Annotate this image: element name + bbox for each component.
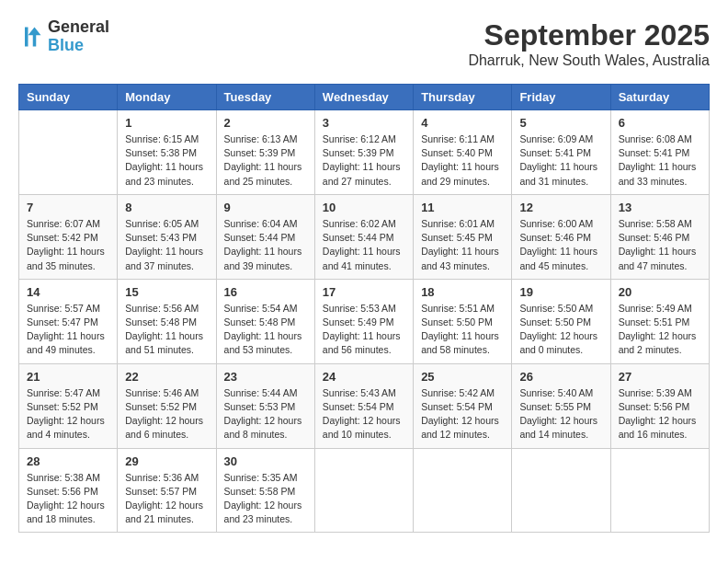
daylight-text: Daylight: 11 hours and 33 minutes.	[619, 161, 697, 186]
day-info: Sunrise: 5:49 AM Sunset: 5:51 PM Dayligh…	[619, 302, 701, 358]
sunrise-text: Sunrise: 5:49 AM	[619, 303, 692, 314]
table-row: 15 Sunrise: 5:56 AM Sunset: 5:48 PM Dayl…	[118, 279, 216, 363]
day-number: 29	[125, 454, 208, 468]
table-row: 3 Sunrise: 6:12 AM Sunset: 5:39 PM Dayli…	[314, 110, 413, 195]
table-row: 24 Sunrise: 5:43 AM Sunset: 5:54 PM Dayl…	[314, 363, 413, 448]
sunset-text: Sunset: 5:54 PM	[421, 401, 493, 412]
table-row: 28 Sunrise: 5:38 AM Sunset: 5:56 PM Dayl…	[19, 448, 118, 533]
calendar-week-3: 14 Sunrise: 5:57 AM Sunset: 5:47 PM Dayl…	[19, 279, 710, 363]
table-row: 2 Sunrise: 6:13 AM Sunset: 5:39 PM Dayli…	[216, 110, 314, 195]
day-info: Sunrise: 5:50 AM Sunset: 5:50 PM Dayligh…	[519, 302, 602, 358]
daylight-text: Daylight: 11 hours and 35 minutes.	[27, 246, 105, 270]
table-row: 11 Sunrise: 6:01 AM Sunset: 5:45 PM Dayl…	[414, 194, 512, 279]
daylight-text: Daylight: 12 hours and 23 minutes.	[224, 500, 302, 524]
table-row: 23 Sunrise: 5:44 AM Sunset: 5:53 PM Dayl…	[216, 363, 314, 448]
sunset-text: Sunset: 5:56 PM	[619, 401, 690, 412]
sunrise-text: Sunrise: 6:11 AM	[421, 133, 495, 144]
sunrise-text: Sunrise: 6:04 AM	[224, 218, 298, 229]
daylight-text: Daylight: 12 hours and 0 minutes.	[519, 330, 597, 355]
sunset-text: Sunset: 5:52 PM	[27, 401, 98, 412]
daylight-text: Daylight: 12 hours and 18 minutes.	[27, 500, 105, 524]
day-info: Sunrise: 5:35 AM Sunset: 5:58 PM Dayligh…	[224, 471, 307, 527]
daylight-text: Daylight: 11 hours and 29 minutes.	[421, 161, 499, 186]
table-row	[314, 448, 413, 533]
sunrise-text: Sunrise: 5:42 AM	[421, 387, 495, 398]
day-info: Sunrise: 5:58 AM Sunset: 5:46 PM Dayligh…	[619, 217, 701, 273]
day-info: Sunrise: 6:12 AM Sunset: 5:39 PM Dayligh…	[323, 132, 405, 189]
daylight-text: Daylight: 12 hours and 21 minutes.	[125, 500, 203, 524]
sunrise-text: Sunrise: 6:07 AM	[27, 218, 100, 229]
sunset-text: Sunset: 5:43 PM	[125, 232, 197, 243]
daylight-text: Daylight: 11 hours and 23 minutes.	[125, 161, 203, 186]
daylight-text: Daylight: 11 hours and 47 minutes.	[619, 246, 697, 270]
day-number: 16	[224, 285, 307, 299]
day-info: Sunrise: 5:40 AM Sunset: 5:55 PM Dayligh…	[519, 386, 602, 442]
daylight-text: Daylight: 11 hours and 25 minutes.	[224, 161, 302, 186]
sunset-text: Sunset: 5:58 PM	[224, 486, 296, 497]
logo-line1: General	[48, 18, 109, 37]
day-info: Sunrise: 6:04 AM Sunset: 5:44 PM Dayligh…	[224, 217, 307, 273]
day-info: Sunrise: 5:57 AM Sunset: 5:47 PM Dayligh…	[27, 302, 109, 358]
day-info: Sunrise: 5:36 AM Sunset: 5:57 PM Dayligh…	[125, 471, 208, 527]
day-info: Sunrise: 5:43 AM Sunset: 5:54 PM Dayligh…	[323, 386, 405, 442]
sunset-text: Sunset: 5:57 PM	[125, 486, 197, 497]
table-row: 29 Sunrise: 5:36 AM Sunset: 5:57 PM Dayl…	[118, 448, 216, 533]
sunset-text: Sunset: 5:44 PM	[323, 232, 394, 243]
daylight-text: Daylight: 12 hours and 14 minutes.	[519, 415, 597, 440]
logo-line2: Blue	[48, 37, 109, 55]
day-number: 4	[421, 116, 504, 130]
table-row: 9 Sunrise: 6:04 AM Sunset: 5:44 PM Dayli…	[216, 194, 314, 279]
sunrise-text: Sunrise: 5:44 AM	[224, 387, 298, 398]
sunrise-text: Sunrise: 5:36 AM	[125, 472, 199, 483]
calendar-week-4: 21 Sunrise: 5:47 AM Sunset: 5:52 PM Dayl…	[19, 363, 710, 448]
day-info: Sunrise: 5:46 AM Sunset: 5:52 PM Dayligh…	[125, 386, 208, 442]
sunset-text: Sunset: 5:49 PM	[323, 316, 394, 327]
table-row: 20 Sunrise: 5:49 AM Sunset: 5:51 PM Dayl…	[610, 279, 709, 363]
day-number: 13	[619, 201, 701, 214]
sunrise-text: Sunrise: 6:05 AM	[125, 218, 199, 229]
sunrise-text: Sunrise: 5:56 AM	[125, 303, 199, 314]
sunset-text: Sunset: 5:50 PM	[421, 316, 493, 327]
daylight-text: Daylight: 11 hours and 49 minutes.	[27, 330, 105, 355]
sunset-text: Sunset: 5:45 PM	[421, 232, 493, 243]
sunset-text: Sunset: 5:53 PM	[224, 401, 296, 412]
table-row: 6 Sunrise: 6:08 AM Sunset: 5:41 PM Dayli…	[610, 110, 709, 195]
sunset-text: Sunset: 5:44 PM	[224, 232, 296, 243]
day-number: 8	[125, 201, 208, 214]
table-row: 8 Sunrise: 6:05 AM Sunset: 5:43 PM Dayli…	[118, 194, 216, 279]
sunrise-text: Sunrise: 5:53 AM	[323, 303, 396, 314]
calendar-header-row: Sunday Monday Tuesday Wednesday Thursday…	[19, 85, 710, 110]
day-info: Sunrise: 5:38 AM Sunset: 5:56 PM Dayligh…	[27, 471, 109, 527]
day-number: 11	[421, 201, 504, 214]
calendar-week-5: 28 Sunrise: 5:38 AM Sunset: 5:56 PM Dayl…	[19, 448, 710, 533]
col-sunday: Sunday	[19, 85, 118, 110]
sunset-text: Sunset: 5:56 PM	[27, 486, 98, 497]
daylight-text: Daylight: 12 hours and 2 minutes.	[619, 330, 697, 355]
col-friday: Friday	[512, 85, 610, 110]
col-saturday: Saturday	[610, 85, 709, 110]
day-number: 26	[519, 370, 602, 384]
table-row: 1 Sunrise: 6:15 AM Sunset: 5:38 PM Dayli…	[118, 110, 216, 195]
daylight-text: Daylight: 11 hours and 58 minutes.	[421, 330, 499, 355]
day-number: 25	[421, 370, 504, 384]
table-row: 19 Sunrise: 5:50 AM Sunset: 5:50 PM Dayl…	[512, 279, 610, 363]
sunset-text: Sunset: 5:39 PM	[224, 147, 296, 158]
sunset-text: Sunset: 5:41 PM	[619, 147, 690, 158]
sunrise-text: Sunrise: 5:54 AM	[224, 303, 298, 314]
daylight-text: Daylight: 11 hours and 41 minutes.	[323, 246, 401, 270]
day-info: Sunrise: 6:11 AM Sunset: 5:40 PM Dayligh…	[421, 132, 504, 189]
sunrise-text: Sunrise: 5:51 AM	[421, 303, 495, 314]
logo-text: General Blue	[48, 18, 109, 55]
page-container: General Blue September 2025 Dharruk, New…	[18, 18, 710, 533]
calendar-week-1: 1 Sunrise: 6:15 AM Sunset: 5:38 PM Dayli…	[19, 110, 710, 195]
table-row	[414, 448, 512, 533]
table-row: 21 Sunrise: 5:47 AM Sunset: 5:52 PM Dayl…	[19, 363, 118, 448]
sunrise-text: Sunrise: 6:13 AM	[224, 133, 298, 144]
table-row: 14 Sunrise: 5:57 AM Sunset: 5:47 PM Dayl…	[19, 279, 118, 363]
col-tuesday: Tuesday	[216, 85, 314, 110]
svg-marker-0	[28, 27, 41, 46]
calendar-subtitle: Dharruk, New South Wales, Australia	[468, 52, 710, 69]
sunset-text: Sunset: 5:55 PM	[519, 401, 591, 412]
day-number: 12	[519, 201, 602, 214]
day-number: 22	[125, 370, 208, 384]
